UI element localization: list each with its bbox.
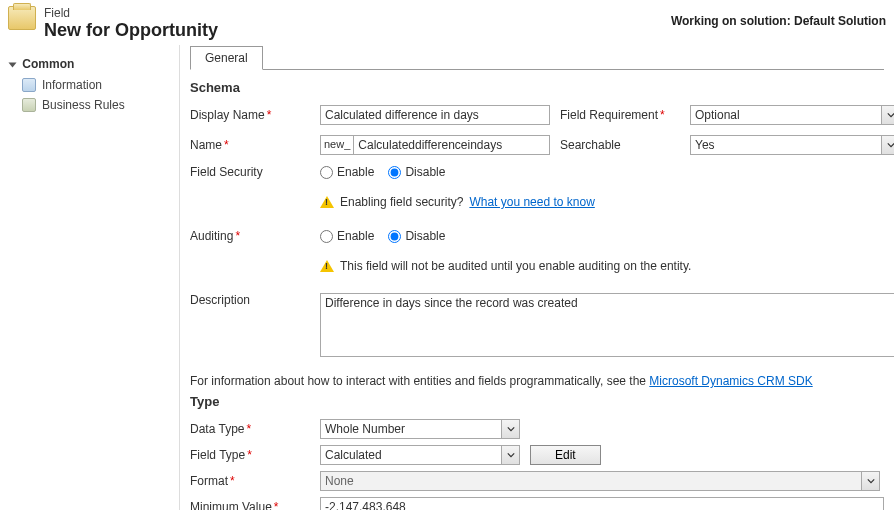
section-type-title: Type [190,394,884,409]
field-type-label: Field Type* [190,448,310,462]
header: Field New for Opportunity Working on sol… [0,0,894,45]
display-name-input[interactable] [320,105,550,125]
warning-icon [320,260,334,272]
section-schema-title: Schema [190,80,884,95]
chevron-down-icon [881,106,894,124]
folder-icon [8,6,36,30]
description-textarea[interactable] [320,293,894,357]
min-value-input[interactable] [320,497,884,510]
sidebar-item-label: Information [42,78,102,92]
searchable-value: Yes [691,138,881,152]
caret-down-icon [9,62,17,67]
format-value: None [321,474,861,488]
main-panel: General Schema Display Name* Field Requi… [180,45,894,510]
name-label: Name* [190,138,310,152]
tab-bar: General [190,45,884,70]
field-requirement-value: Optional [691,108,881,122]
tab-general[interactable]: General [190,46,263,70]
display-name-label: Display Name* [190,108,310,122]
data-type-value: Whole Number [321,422,501,436]
warning-icon [320,196,334,208]
field-security-enable-radio[interactable]: Enable [320,165,374,179]
min-value-label: Minimum Value* [190,500,310,510]
field-requirement-label: Field Requirement* [560,108,680,122]
business-rules-icon [22,98,36,112]
sidebar-item-business-rules[interactable]: Business Rules [4,95,175,115]
header-entity-label: Field [44,6,671,20]
solution-context: Working on solution: Default Solution [671,6,886,28]
page-title: New for Opportunity [44,20,671,41]
auditing-disable-radio[interactable]: Disable [388,229,445,243]
sidebar-section-common[interactable]: Common [4,53,175,75]
sidebar-item-label: Business Rules [42,98,125,112]
field-requirement-select[interactable]: Optional [690,105,894,125]
edit-button[interactable]: Edit [530,445,601,465]
searchable-select[interactable]: Yes [690,135,894,155]
auditing-enable-radio[interactable]: Enable [320,229,374,243]
searchable-label: Searchable [560,138,680,152]
field-type-value: Calculated [321,448,501,462]
format-label: Format* [190,474,310,488]
field-security-label: Field Security [190,165,310,179]
sdk-info-text: For information about how to interact wi… [190,374,884,388]
security-warn-link[interactable]: What you need to know [469,195,594,209]
security-warn-text: Enabling field security? [340,195,463,209]
sidebar-section-label: Common [22,57,74,71]
data-type-label: Data Type* [190,422,310,436]
chevron-down-icon [861,472,879,490]
auditing-label: Auditing* [190,229,310,243]
field-type-select[interactable]: Calculated [320,445,520,465]
header-text: Field New for Opportunity [44,6,671,41]
chevron-down-icon [501,420,519,438]
field-security-disable-radio[interactable]: Disable [388,165,445,179]
name-input[interactable] [353,135,550,155]
chevron-down-icon [881,136,894,154]
sidebar: Common Information Business Rules [0,45,180,510]
sdk-link[interactable]: Microsoft Dynamics CRM SDK [649,374,812,388]
description-label: Description [190,293,310,307]
sidebar-item-information[interactable]: Information [4,75,175,95]
information-icon [22,78,36,92]
chevron-down-icon [501,446,519,464]
data-type-select[interactable]: Whole Number [320,419,520,439]
name-prefix: new_ [320,135,353,155]
format-select[interactable]: None [320,471,880,491]
name-input-group: new_ [320,135,550,155]
auditing-warn-text: This field will not be audited until you… [340,259,691,273]
